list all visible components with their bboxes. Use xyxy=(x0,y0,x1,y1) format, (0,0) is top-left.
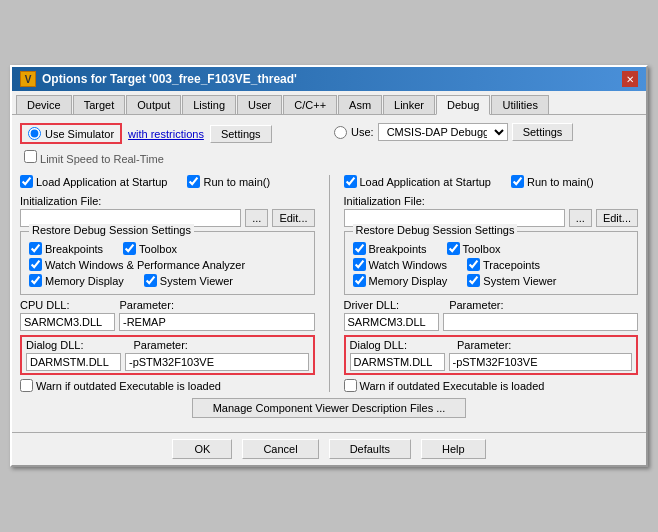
tab-bar: Device Target Output Listing User C/C++ … xyxy=(12,91,646,115)
tab-device[interactable]: Device xyxy=(16,95,72,114)
left-dialog-dll-input[interactable] xyxy=(26,353,121,371)
limit-speed-label: Limit Speed to Real-Time xyxy=(40,153,164,165)
use-simulator-radio[interactable] xyxy=(28,127,41,140)
right-run-to-main-label: Run to main() xyxy=(527,176,594,188)
left-dialog-dll-label: Dialog DLL: xyxy=(26,339,83,351)
right-dialog-dll-label: Dialog DLL: xyxy=(350,339,407,351)
use-simulator-label: Use Simulator xyxy=(45,128,114,140)
column-divider xyxy=(329,175,330,392)
left-dialog-dll-group: Dialog DLL: Parameter: xyxy=(20,335,315,375)
left-load-app-check[interactable] xyxy=(20,175,33,188)
left-run-to-main-check[interactable] xyxy=(187,175,200,188)
left-edit-btn[interactable]: Edit... xyxy=(272,209,314,227)
left-memory-label: Memory Display xyxy=(45,275,124,287)
left-breakpoints-check[interactable] xyxy=(29,242,42,255)
right-dialog-param-label: Parameter: xyxy=(457,339,511,351)
right-dialog-param-input[interactable] xyxy=(449,353,633,371)
left-load-app-label: Load Application at Startup xyxy=(36,176,167,188)
left-browse-btn[interactable]: ... xyxy=(245,209,268,227)
with-restrictions-link[interactable]: with restrictions xyxy=(128,128,204,140)
left-watch-label: Watch Windows & Performance Analyzer xyxy=(45,259,245,271)
left-cpu-param-label: Parameter: xyxy=(120,299,174,311)
right-tracepoints-check[interactable] xyxy=(467,258,480,271)
right-memory-check[interactable] xyxy=(353,274,366,287)
left-system-viewer-check[interactable] xyxy=(144,274,157,287)
main-content: Use Simulator with restrictions Settings… xyxy=(12,115,646,432)
use-debugger-radio[interactable] xyxy=(334,126,347,139)
tab-target[interactable]: Target xyxy=(73,95,126,114)
right-warn-check[interactable] xyxy=(344,379,357,392)
left-col-top: Use Simulator with restrictions Settings… xyxy=(20,123,324,171)
left-warn-label: Warn if outdated Executable is loaded xyxy=(36,380,221,392)
debugger-select[interactable]: CMSIS-DAP Debugger xyxy=(378,123,508,141)
right-breakpoints-check[interactable] xyxy=(353,242,366,255)
right-memory-label: Memory Display xyxy=(369,275,448,287)
right-watch-label: Watch Windows xyxy=(369,259,447,271)
right-toolbox-label: Toolbox xyxy=(463,243,501,255)
tab-user[interactable]: User xyxy=(237,95,282,114)
right-watch-check[interactable] xyxy=(353,258,366,271)
right-driver-dll-input[interactable] xyxy=(344,313,439,331)
defaults-button[interactable]: Defaults xyxy=(329,439,411,459)
tab-output[interactable]: Output xyxy=(126,95,181,114)
left-restore-title: Restore Debug Session Settings xyxy=(29,224,194,236)
ok-button[interactable]: OK xyxy=(172,439,232,459)
limit-speed-check[interactable] xyxy=(24,150,37,163)
close-button[interactable]: ✕ xyxy=(622,71,638,87)
right-driver-dll-label: Driver DLL: xyxy=(344,299,400,311)
left-system-viewer-label: System Viewer xyxy=(160,275,233,287)
left-watch-check[interactable] xyxy=(29,258,42,271)
app-icon: V xyxy=(20,71,36,87)
right-dialog-dll-input[interactable] xyxy=(350,353,445,371)
use-label: Use: xyxy=(351,126,374,138)
right-driver-param-input[interactable] xyxy=(443,313,639,331)
title-bar-left: V Options for Target '003_free_F103VE_th… xyxy=(20,71,297,87)
right-tracepoints-label: Tracepoints xyxy=(483,259,540,271)
window-title: Options for Target '003_free_F103VE_thre… xyxy=(42,72,297,86)
use-simulator-group: Use Simulator xyxy=(20,123,122,144)
right-warn-row: Warn if outdated Executable is loaded xyxy=(344,379,639,392)
tab-asm[interactable]: Asm xyxy=(338,95,382,114)
left-init-file-label: Initialization File: xyxy=(20,195,315,207)
help-button[interactable]: Help xyxy=(421,439,486,459)
left-toolbox-label: Toolbox xyxy=(139,243,177,255)
left-cpu-dll-section: CPU DLL: Parameter: xyxy=(20,299,315,331)
tab-cpp[interactable]: C/C++ xyxy=(283,95,337,114)
left-cpu-dll-label: CPU DLL: xyxy=(20,299,70,311)
cancel-button[interactable]: Cancel xyxy=(242,439,318,459)
tab-utilities[interactable]: Utilities xyxy=(491,95,548,114)
left-cpu-dll-input[interactable] xyxy=(20,313,115,331)
right-driver-dll-section: Driver DLL: Parameter: xyxy=(344,299,639,331)
left-warn-row: Warn if outdated Executable is loaded xyxy=(20,379,315,392)
right-system-viewer-check[interactable] xyxy=(467,274,480,287)
right-driver-param-label: Parameter: xyxy=(449,299,503,311)
right-warn-label: Warn if outdated Executable is loaded xyxy=(360,380,545,392)
right-init-file-label: Initialization File: xyxy=(344,195,639,207)
right-restore-title: Restore Debug Session Settings xyxy=(353,224,518,236)
left-dialog-param-label: Parameter: xyxy=(133,339,187,351)
tab-debug[interactable]: Debug xyxy=(436,95,490,115)
right-col: Load Application at Startup Run to main(… xyxy=(344,175,639,392)
tab-listing[interactable]: Listing xyxy=(182,95,236,114)
left-toolbox-check[interactable] xyxy=(123,242,136,255)
tab-linker[interactable]: Linker xyxy=(383,95,435,114)
footer: OK Cancel Defaults Help xyxy=(12,432,646,465)
right-load-app-check[interactable] xyxy=(344,175,357,188)
manage-component-button[interactable]: Manage Component Viewer Description File… xyxy=(192,398,467,418)
right-toolbox-check[interactable] xyxy=(447,242,460,255)
left-breakpoints-label: Breakpoints xyxy=(45,243,103,255)
left-dialog-param-input[interactable] xyxy=(125,353,309,371)
right-settings-button[interactable]: Settings xyxy=(512,123,574,141)
left-settings-button[interactable]: Settings xyxy=(210,125,272,143)
right-run-to-main-check[interactable] xyxy=(511,175,524,188)
right-edit-btn[interactable]: Edit... xyxy=(596,209,638,227)
left-cpu-param-input[interactable] xyxy=(119,313,315,331)
left-memory-check[interactable] xyxy=(29,274,42,287)
left-restore-group: Restore Debug Session Settings Breakpoin… xyxy=(20,231,315,295)
right-browse-btn[interactable]: ... xyxy=(569,209,592,227)
main-window: V Options for Target '003_free_F103VE_th… xyxy=(10,65,648,467)
right-system-viewer-label: System Viewer xyxy=(483,275,556,287)
right-load-app-label: Load Application at Startup xyxy=(360,176,491,188)
left-run-to-main-label: Run to main() xyxy=(203,176,270,188)
left-warn-check[interactable] xyxy=(20,379,33,392)
